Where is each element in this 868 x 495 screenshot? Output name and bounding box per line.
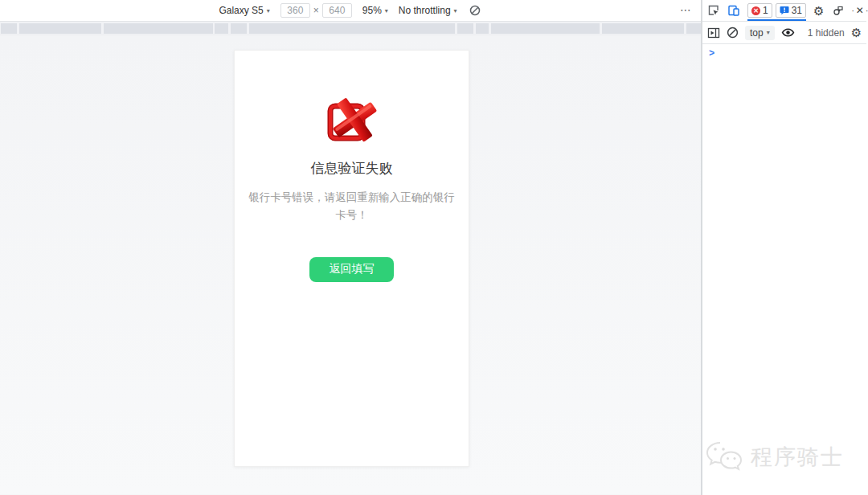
issues-count: 31 bbox=[792, 5, 802, 16]
zoom-select[interactable]: 95% ▾ bbox=[362, 5, 388, 16]
error-cross-icon bbox=[326, 94, 378, 145]
device-emulation-pane: Galaxy S5 ▾ 360 × 640 95% ▾ No throttlin… bbox=[0, 0, 702, 495]
console-toolbar: top ▾ Filter 1 hidden ⚙ bbox=[702, 22, 866, 44]
chevron-down-icon: ▾ bbox=[454, 7, 457, 14]
console-status-badges: ✕ 1 31 bbox=[747, 0, 806, 21]
console-messages-area[interactable]: > bbox=[702, 44, 866, 495]
ruler-segment bbox=[104, 23, 213, 34]
ruler-segment bbox=[686, 23, 701, 34]
settings-gear-icon[interactable]: ⚙ bbox=[813, 5, 824, 17]
device-select[interactable]: Galaxy S5 ▾ bbox=[219, 5, 269, 16]
zoom-select-label: 95% bbox=[362, 5, 382, 16]
execution-context-selector[interactable]: top ▾ bbox=[745, 26, 775, 40]
ruler-segment bbox=[602, 23, 684, 34]
devtools-window: Galaxy S5 ▾ 360 × 640 95% ▾ No throttlin… bbox=[0, 0, 868, 495]
devtools-panel: ✕ 1 31 ⚙ ·✕· bbox=[702, 0, 866, 495]
issues-count-badge[interactable]: 31 bbox=[776, 3, 806, 18]
live-expression-eye-icon[interactable] bbox=[781, 26, 795, 40]
ruler-segment bbox=[215, 23, 228, 34]
error-count: 1 bbox=[763, 5, 768, 16]
ruler-segment bbox=[491, 23, 600, 34]
throttling-select[interactable]: No throttling ▾ bbox=[399, 5, 457, 16]
ruler-segment bbox=[476, 23, 489, 34]
close-devtools-icon[interactable]: ·✕· bbox=[852, 5, 868, 16]
ruler-segment bbox=[231, 23, 247, 34]
issues-bubble-icon bbox=[780, 6, 789, 15]
console-settings-gear-icon[interactable]: ⚙ bbox=[851, 27, 862, 39]
error-count-badge[interactable]: ✕ 1 bbox=[747, 3, 772, 18]
media-query-ruler bbox=[0, 22, 701, 35]
ruler-segment bbox=[249, 23, 455, 34]
feedback-icon[interactable] bbox=[832, 3, 845, 18]
viewport-size-controls: 360 × 640 bbox=[280, 3, 352, 18]
device-toolbar-toggle-icon[interactable] bbox=[727, 3, 740, 18]
console-sidebar-toggle-icon[interactable] bbox=[707, 26, 720, 40]
device-viewport: 信息验证失败 银行卡号错误，请返回重新输入正确的银行卡号！ 返回填写 bbox=[0, 35, 701, 494]
chevron-down-icon: ▾ bbox=[385, 7, 388, 14]
device-select-label: Galaxy S5 bbox=[219, 5, 263, 16]
viewport-width-input[interactable]: 360 bbox=[280, 3, 310, 18]
ruler-segment bbox=[1, 23, 17, 34]
viewport-height-input[interactable]: 640 bbox=[322, 3, 352, 18]
ruler-segment bbox=[457, 23, 473, 34]
error-icon: ✕ bbox=[751, 6, 760, 15]
back-to-form-button[interactable]: 返回填写 bbox=[309, 257, 394, 282]
ruler-segment bbox=[19, 23, 101, 34]
hidden-messages-label: 1 hidden bbox=[808, 27, 845, 39]
context-label: top bbox=[750, 27, 764, 39]
error-description: 银行卡号错误，请返回重新输入正确的银行卡号！ bbox=[235, 189, 469, 225]
device-toolbar: Galaxy S5 ▾ 360 × 640 95% ▾ No throttlin… bbox=[0, 0, 701, 22]
inspect-element-icon[interactable] bbox=[707, 3, 720, 18]
times-symbol: × bbox=[313, 5, 319, 16]
page-title: 信息验证失败 bbox=[311, 159, 393, 178]
more-options-icon[interactable]: ⋯ bbox=[680, 3, 693, 16]
chevron-down-icon: ▾ bbox=[267, 7, 270, 14]
error-result-card: 信息验证失败 银行卡号错误，请返回重新输入正确的银行卡号！ 返回填写 bbox=[234, 50, 469, 467]
throttling-select-label: No throttling bbox=[399, 5, 451, 16]
block-requests-icon[interactable] bbox=[468, 3, 482, 18]
chevron-down-icon: ▾ bbox=[767, 29, 770, 36]
console-prompt-chevron[interactable]: > bbox=[709, 48, 714, 59]
devtools-main-toolbar: ✕ 1 31 ⚙ ·✕· bbox=[702, 0, 866, 22]
clear-console-icon[interactable] bbox=[727, 26, 739, 40]
